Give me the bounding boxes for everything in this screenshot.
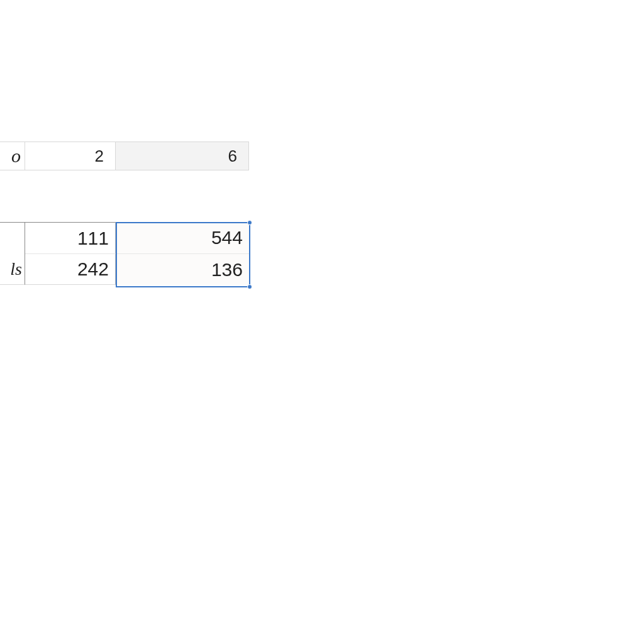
table-row: 111 544 [0, 222, 249, 253]
header-row-label-fragment: o [0, 142, 25, 170]
row-label-fragment [0, 222, 25, 253]
data-cell[interactable]: 242 [25, 253, 116, 285]
selection-fill-handle-icon[interactable] [247, 284, 252, 289]
table-row: ls 242 136 [0, 253, 249, 285]
header-cell-2[interactable]: 6 [116, 142, 249, 170]
data-cell-selected[interactable]: 544 [116, 222, 249, 253]
data-cell[interactable]: 111 [25, 222, 116, 253]
data-cell-selected[interactable]: 136 [116, 253, 249, 285]
row-label-fragment: ls [0, 253, 25, 285]
header-row: o 2 6 [0, 142, 249, 170]
header-cell-1[interactable]: 2 [25, 142, 116, 170]
data-table: 111 544 ls 242 136 [0, 222, 249, 285]
